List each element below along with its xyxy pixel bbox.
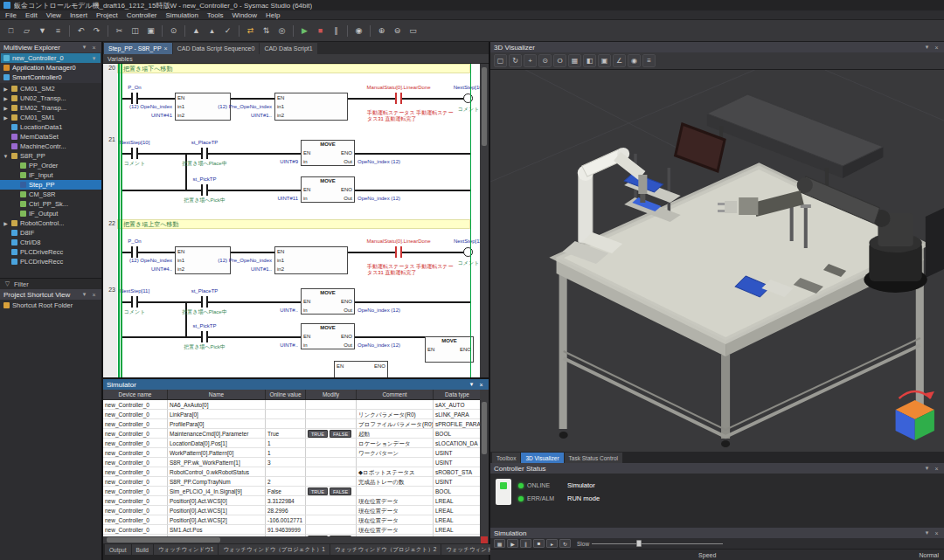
tree-item-pporder[interactable]: PP_Order: [0, 161, 101, 170]
record-icon[interactable]: ◉: [628, 54, 641, 67]
menu-view[interactable]: View: [46, 11, 61, 19]
panel-close-icon[interactable]: ×: [933, 466, 941, 472]
watch-row[interactable]: new_Controller_0RobotControl_0.wkRobotSt…: [103, 467, 489, 477]
measure-icon[interactable]: ∠: [613, 54, 626, 67]
watch-hscrollbar[interactable]: [103, 536, 480, 543]
watch-row[interactable]: new_Controller_0Position[0].Act.WCS[2]-1…: [103, 515, 489, 525]
column-header-modify[interactable]: Modify: [306, 390, 357, 400]
menu-file[interactable]: File: [5, 11, 17, 19]
run-icon[interactable]: ▶: [297, 24, 312, 38]
tree-item-steppp[interactable]: Step_PP: [0, 180, 101, 190]
print-icon[interactable]: ≡: [51, 24, 66, 38]
watch-row[interactable]: new_Controller_0ProfilePara[0]プロファイルパラメー…: [103, 419, 489, 429]
go-online-icon[interactable]: ⇄: [243, 24, 258, 38]
column-header-comment[interactable]: Comment: [357, 390, 434, 400]
tree-item-locationdata1[interactable]: LocationData1: [0, 122, 101, 132]
menu-insert[interactable]: Insert: [70, 11, 87, 19]
function-block[interactable]: MOVEENENOinOut: [301, 140, 355, 166]
panel-close-icon[interactable]: ×: [477, 382, 485, 388]
modify-true-button[interactable]: TRUE: [308, 487, 328, 495]
viz-tab-toolbox[interactable]: Toolbox: [492, 453, 520, 463]
tree-expander-icon[interactable]: ▶: [3, 220, 9, 226]
scrollbar-thumb[interactable]: [482, 67, 487, 146]
tree-item-cm01sm1[interactable]: ▶CM01_SM1: [0, 113, 101, 122]
tree-expander-icon[interactable]: ▶: [3, 95, 9, 101]
function-block[interactable]: ENin1in2: [274, 93, 348, 121]
modify-true-button[interactable]: TRUE: [308, 430, 328, 438]
tree-item-em02transp[interactable]: ▶EM02_Transp...: [0, 103, 101, 113]
sim-step-button[interactable]: ▸: [546, 539, 558, 548]
device-item-app-manager[interactable]: Application Manager0: [1, 63, 101, 73]
contact-symbol[interactable]: [395, 246, 402, 258]
3d-viewport[interactable]: [490, 70, 944, 452]
function-block[interactable]: MOVEENENOinOut: [301, 176, 355, 203]
tree-expander-icon[interactable]: ▶: [3, 105, 9, 111]
tree-item-un02transp[interactable]: ▶UN02_Transp...: [0, 93, 101, 103]
search-icon[interactable]: ⊙: [166, 24, 181, 38]
variables-bar[interactable]: Variables: [103, 54, 489, 64]
tree-item-s8rpp[interactable]: ▼S8R_PP: [0, 151, 101, 161]
ladder-rung-23[interactable]: 23NextStep[11]コメントst_PlaceTP把置き場へPlace中M…: [103, 286, 480, 377]
ladder-rung-22[interactable]: 22把置き場上空へ移動P_OnENin1in2(12) OpeNo_indexU…: [103, 219, 480, 286]
device-item-smart-controller[interactable]: SmartController0: [1, 73, 101, 82]
contact-symbol[interactable]: [201, 148, 208, 159]
stop-icon[interactable]: ■: [313, 24, 328, 38]
sim-mode-icon[interactable]: ▦: [494, 539, 505, 548]
panel-close-icon[interactable]: ×: [933, 530, 941, 536]
monitor-icon[interactable]: ◉: [351, 24, 366, 38]
tree-item-cm01sm2[interactable]: ▶CM01_SM2: [0, 84, 101, 93]
function-block[interactable]: ENENO: [334, 361, 388, 377]
tree-item-robotcontrol[interactable]: ▶RobotControl...: [0, 218, 101, 228]
tree-item-d8if[interactable]: D8IF: [0, 228, 101, 238]
editor-tab-0[interactable]: Step_PP - S8R_PP×: [104, 43, 172, 54]
sim-pause-button[interactable]: ∥: [520, 539, 531, 548]
panel-close-icon[interactable]: ×: [933, 45, 941, 51]
bottom-tab-1[interactable]: Build: [132, 544, 153, 555]
menu-tools[interactable]: Tools: [207, 11, 224, 19]
undo-icon[interactable]: ↶: [73, 24, 88, 38]
contact-symbol[interactable]: [201, 184, 208, 196]
scrollbar-thumb[interactable]: [482, 402, 487, 454]
contact-symbol[interactable]: [201, 331, 208, 342]
tree-item-ctrld8[interactable]: Ctrl/D8: [0, 238, 101, 247]
ladder-editor[interactable]: 20把置き場下へ移動P_OnENin1in2(12) OpeNo_indexUI…: [103, 64, 489, 377]
shortcut-root-folder[interactable]: Shortcut Root Folder: [3, 301, 98, 309]
cut-icon[interactable]: ✂: [112, 24, 127, 38]
column-header-online-value[interactable]: Online value: [266, 390, 306, 400]
function-block[interactable]: MOVEENENOinOut: [301, 288, 355, 315]
device-item-controller[interactable]: new_Controller_0 ▾: [1, 53, 101, 63]
build-icon[interactable]: ▲: [189, 24, 204, 38]
open-project-icon[interactable]: ▱: [19, 24, 34, 38]
viz-tab-task-status-control[interactable]: Task Status Control: [565, 453, 622, 463]
bottom-tab-3[interactable]: ウォッチウィンドウ（プロジェクト）1: [219, 544, 329, 555]
watch-row[interactable]: new_Controller_0LinkPara[0]リンクパラメータ(R0)s…: [103, 410, 489, 419]
bottom-tab-0[interactable]: Output: [105, 544, 131, 555]
coil-symbol[interactable]: [463, 247, 473, 257]
speed-slider[interactable]: [592, 539, 723, 548]
tree-item-ctrlppsk[interactable]: Ctrl_PP_Sk...: [0, 199, 101, 209]
coil-symbol[interactable]: [463, 93, 473, 103]
contact-symbol[interactable]: [395, 93, 402, 104]
ladder-rung-20[interactable]: 20把置き場下へ移動P_OnENin1in2(12) OpeNo_indexUI…: [103, 64, 480, 135]
editor-tab-2[interactable]: CAD Data Script1: [260, 43, 316, 54]
function-block[interactable]: MOVEENENO: [425, 336, 474, 363]
pan-icon[interactable]: +: [524, 54, 537, 67]
watch-vscrollbar[interactable]: [480, 390, 489, 543]
modify-false-button[interactable]: FALSE: [330, 430, 351, 438]
watch-row[interactable]: new_Controller_0WorkPattern[0].Pattern[0…: [103, 448, 489, 458]
menu-edit[interactable]: Edit: [25, 11, 38, 19]
watch-row[interactable]: new_Controller_0NA6_AxAuto[0]sAX_AUTO: [103, 400, 489, 410]
panel-menu-icon[interactable]: ▾: [80, 291, 88, 298]
modify-false-button[interactable]: FALSE: [330, 487, 351, 495]
tree-item-machinecontr[interactable]: MachineContr...: [0, 142, 101, 151]
synchronize-icon[interactable]: ◎: [274, 24, 289, 38]
panel-close-icon[interactable]: ×: [90, 45, 98, 51]
tree-item-ifoutput[interactable]: IF_Output: [0, 209, 101, 218]
tree-expander-icon[interactable]: ▶: [3, 114, 9, 121]
bottom-tab-2[interactable]: ウォッチウィンドウ1: [154, 544, 219, 555]
tree-expander-icon[interactable]: ▼: [3, 154, 9, 159]
watch-row[interactable]: new_Controller_0MaintenanceCmd[0].Parame…: [103, 429, 489, 439]
panel-menu-icon[interactable]: ▾: [923, 529, 931, 536]
filter-box[interactable]: ▽ Filter: [0, 278, 101, 289]
editor-tab-1[interactable]: CAD Data Script Sequence0: [173, 43, 260, 54]
